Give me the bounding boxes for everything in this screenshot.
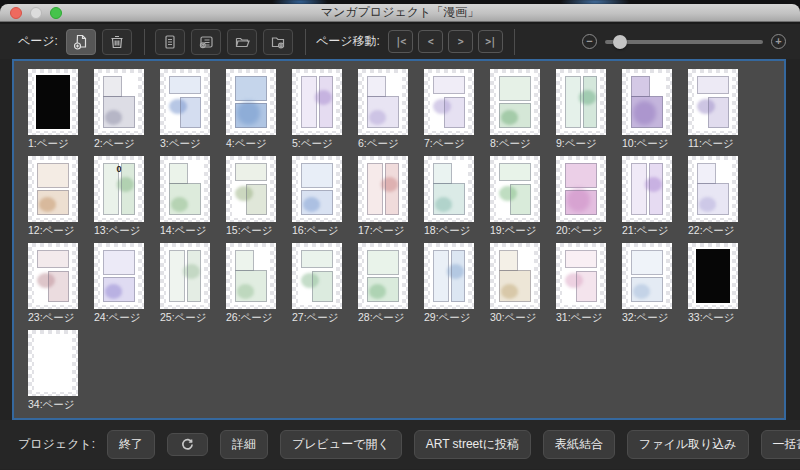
- open-in-preview-button[interactable]: プレビューで開く: [280, 430, 402, 459]
- page-thumbnail-cell[interactable]: 32:ページ: [622, 243, 672, 325]
- page-thumbnail[interactable]: [358, 243, 408, 309]
- page-thumbnail[interactable]: [688, 243, 738, 309]
- page-thumbnail-cell[interactable]: 29:ページ: [424, 243, 474, 325]
- next-page-button[interactable]: >: [448, 30, 473, 53]
- page-thumbnail[interactable]: [622, 69, 672, 135]
- page-thumbnail[interactable]: 0: [94, 156, 144, 222]
- page-thumbnail-cell[interactable]: 33:ページ: [688, 243, 738, 325]
- page-thumbnail[interactable]: [556, 69, 606, 135]
- close-project-button[interactable]: 終了: [107, 430, 155, 459]
- page-thumbnail-cell[interactable]: 16:ページ: [292, 156, 342, 238]
- zoom-in-button[interactable]: +: [771, 34, 786, 49]
- page-thumb-label: 5:ページ: [292, 137, 342, 151]
- page-thumbnail-cell[interactable]: 9:ページ: [556, 69, 606, 151]
- page-thumbnail[interactable]: [424, 69, 474, 135]
- page-thumbnail[interactable]: [28, 330, 78, 396]
- import-folder-button[interactable]: [263, 29, 293, 55]
- page-thumbnail[interactable]: [28, 156, 78, 222]
- page-thumbnail-cell[interactable]: 19:ページ: [490, 156, 540, 238]
- page-thumbnail[interactable]: [226, 156, 276, 222]
- page-thumbnail[interactable]: [94, 243, 144, 309]
- page-thumbnail[interactable]: [622, 243, 672, 309]
- post-to-artstreet-button[interactable]: ART streetに投稿: [414, 430, 531, 459]
- page-thumbnail[interactable]: [556, 243, 606, 309]
- page-thumbnail-cell[interactable]: 24:ページ: [94, 243, 144, 325]
- page-thumbnail[interactable]: [490, 243, 540, 309]
- page-thumbnail-cell[interactable]: 7:ページ: [424, 69, 474, 151]
- page-thumbnail[interactable]: [226, 69, 276, 135]
- page-sheet: [34, 334, 72, 392]
- page-thumbnail-cell[interactable]: 31:ページ: [556, 243, 606, 325]
- prev-page-button[interactable]: <: [418, 30, 443, 53]
- page-thumbnail-cell[interactable]: 27:ページ: [292, 243, 342, 325]
- sketch-blob: [381, 177, 398, 192]
- page-thumbnail-cell[interactable]: 22:ページ: [688, 156, 738, 238]
- page-thumbnail-cell[interactable]: 14:ページ: [160, 156, 210, 238]
- page-thumbnail-cell[interactable]: 6:ページ: [358, 69, 408, 151]
- page-thumbnail[interactable]: [556, 156, 606, 222]
- page-thumbnail-cell[interactable]: 26:ページ: [226, 243, 276, 325]
- page-thumbnail[interactable]: [688, 156, 738, 222]
- page-thumbnail-cell[interactable]: 28:ページ: [358, 243, 408, 325]
- page-thumbnail-cell[interactable]: 10:ページ: [622, 69, 672, 151]
- open-folder-button[interactable]: [227, 29, 257, 55]
- page-thumbnail[interactable]: [28, 243, 78, 309]
- page-thumbnail[interactable]: [622, 156, 672, 222]
- page-thumbnail-cell[interactable]: 12:ページ: [28, 156, 78, 238]
- minimize-window-button[interactable]: [30, 7, 42, 19]
- page-thumbnail[interactable]: [424, 156, 474, 222]
- page-thumbnail[interactable]: [358, 156, 408, 222]
- page-thumbnail-cell[interactable]: 0 13:ページ: [94, 156, 144, 238]
- page-thumbnail[interactable]: [292, 156, 342, 222]
- page-thumbnail[interactable]: [490, 69, 540, 135]
- import-file-button[interactable]: ファイル取り込み: [627, 430, 749, 459]
- delete-page-button[interactable]: [102, 29, 132, 55]
- page-thumbnail-cell[interactable]: 2:ページ: [94, 69, 144, 151]
- page-thumbnail-cell[interactable]: 23:ページ: [28, 243, 78, 325]
- close-window-button[interactable]: [10, 7, 22, 19]
- zoom-slider-thumb[interactable]: [613, 35, 627, 49]
- page-thumbnail-cell[interactable]: 5:ページ: [292, 69, 342, 151]
- page-thumbnail[interactable]: [226, 243, 276, 309]
- page-thumbnail-cell[interactable]: 20:ページ: [556, 156, 606, 238]
- page-thumbnail[interactable]: [292, 243, 342, 309]
- page-thumbnail[interactable]: [688, 69, 738, 135]
- page-thumbnail-cell[interactable]: 11:ページ: [688, 69, 738, 151]
- last-page-button[interactable]: >|: [478, 30, 503, 53]
- page-grid: 1:ページ 2:ページ 3:ページ 4:ページ: [14, 61, 784, 412]
- combine-cover-button[interactable]: 表紙結合: [543, 430, 615, 459]
- page-settings-button[interactable]: [191, 29, 221, 55]
- page-thumbnail-cell[interactable]: 18:ページ: [424, 156, 474, 238]
- zoom-out-button[interactable]: −: [582, 34, 597, 49]
- page-thumbnail-cell[interactable]: 8:ページ: [490, 69, 540, 151]
- zoom-slider[interactable]: [605, 40, 763, 44]
- reload-button[interactable]: [167, 433, 208, 456]
- page-thumbnail[interactable]: [160, 69, 210, 135]
- page-thumbnail-cell[interactable]: 34:ページ: [28, 330, 78, 412]
- thumbnail-zoom-control: − +: [582, 34, 786, 49]
- page-thumbnail-cell[interactable]: 4:ページ: [226, 69, 276, 151]
- page-thumbnail[interactable]: [94, 69, 144, 135]
- export-page-button[interactable]: [155, 29, 185, 55]
- page-thumbnail[interactable]: [424, 243, 474, 309]
- page-thumbnail-cell[interactable]: 30:ページ: [490, 243, 540, 325]
- page-thumb-label: 24:ページ: [94, 311, 144, 325]
- zoom-window-button[interactable]: [50, 7, 62, 19]
- page-thumbnail[interactable]: [160, 156, 210, 222]
- page-thumb-label: 15:ページ: [226, 224, 276, 238]
- batch-export-button[interactable]: 一括書き出し: [761, 430, 800, 459]
- page-thumbnail-cell[interactable]: 3:ページ: [160, 69, 210, 151]
- page-thumbnail-cell[interactable]: 15:ページ: [226, 156, 276, 238]
- page-thumbnail-cell[interactable]: 1:ページ: [28, 69, 78, 151]
- page-thumbnail[interactable]: [28, 69, 78, 135]
- page-thumbnail[interactable]: [490, 156, 540, 222]
- page-thumbnail-cell[interactable]: 25:ページ: [160, 243, 210, 325]
- page-thumbnail-cell[interactable]: 21:ページ: [622, 156, 672, 238]
- page-thumbnail[interactable]: [292, 69, 342, 135]
- page-thumbnail-cell[interactable]: 17:ページ: [358, 156, 408, 238]
- page-thumbnail[interactable]: [358, 69, 408, 135]
- first-page-button[interactable]: |<: [388, 30, 413, 53]
- details-button[interactable]: 詳細: [220, 430, 268, 459]
- add-page-button[interactable]: [66, 29, 96, 55]
- page-thumbnail[interactable]: [160, 243, 210, 309]
